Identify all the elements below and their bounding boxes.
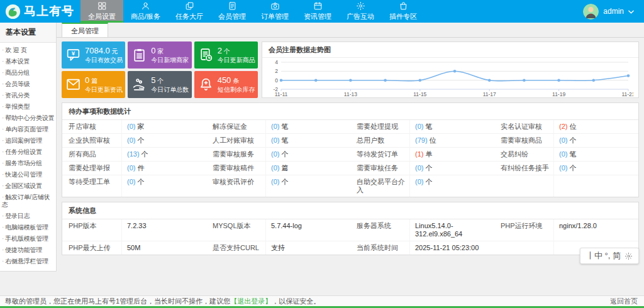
- stat-count-link[interactable]: (0): [271, 164, 279, 172]
- stat-label: 等待发货订单: [350, 148, 410, 161]
- sidebar-item[interactable]: 会员等级: [0, 79, 56, 90]
- footer: 尊敬的管理员，您正在使用马上有号1管理后台，当长时间不操作，建议您【退出登录】，…: [0, 295, 644, 308]
- stat-card[interactable]: 450 条短信剩余库存: [194, 71, 258, 98]
- svg-text:11-15: 11-15: [413, 91, 426, 97]
- sidebar-item[interactable]: 帮助中心分类设置: [0, 113, 56, 124]
- svg-text:11-17: 11-17: [483, 91, 496, 97]
- stat-count-link[interactable]: (0): [271, 136, 279, 144]
- stat-count-link[interactable]: (0): [415, 178, 423, 185]
- stat-value: (0) 个: [554, 162, 638, 175]
- copy-icon: [185, 1, 194, 11]
- sidebar-item[interactable]: 电脑端模板管理: [0, 222, 56, 233]
- user-menu[interactable]: admin: [573, 0, 644, 23]
- stat-card[interactable]: 0 篇今日更新资讯: [62, 71, 125, 98]
- stat-count-link[interactable]: (0): [415, 123, 423, 130]
- ime-status-text[interactable]: 丨中 °, 简: [586, 250, 621, 261]
- sidebar-item[interactable]: 服务市场分组: [0, 158, 56, 169]
- sysinfo-value: 2025-11-21 05:23:00: [410, 241, 494, 255]
- sidebar-item[interactable]: 追回案例管理: [0, 135, 56, 146]
- stat-card-value: 0 家: [151, 47, 189, 55]
- stat-count-link[interactable]: (0): [559, 164, 567, 172]
- stat-card-text: 450 条短信剩余库存: [218, 76, 255, 94]
- nav-item-label: 会员管理: [218, 12, 246, 21]
- stat-count-link[interactable]: (0): [559, 150, 567, 158]
- stat-label: 人工对账审核: [206, 134, 266, 147]
- todo-panel: 待办事项和数据统计 开店审核(0) 家解冻保证金(0) 笔需要处理提现(0) 笔…: [62, 102, 639, 197]
- sidebar-item[interactable]: 右侧悬浮栏管理: [0, 256, 56, 267]
- sysinfo-panel-title: 系统信息: [62, 202, 638, 219]
- sidebar-item[interactable]: 全国区域设置: [0, 180, 56, 192]
- tab-bar: 全局管理: [57, 23, 644, 38]
- stat-count-link[interactable]: (0): [127, 123, 135, 130]
- content-body: ¥7084.0 元今日有效交易0 家今日新增商家2 个今日更新商品0 篇今日更新…: [57, 38, 644, 259]
- stat-label: 需要审核稿件: [206, 162, 266, 175]
- stat-count-link[interactable]: (0): [271, 123, 279, 130]
- stat-count-link[interactable]: (13): [127, 150, 140, 158]
- nav-item-grid[interactable]: 全局设置: [80, 0, 123, 23]
- stat-label: 解冻保证金: [206, 120, 266, 133]
- sidebar-item[interactable]: 欢 迎 页: [0, 45, 56, 56]
- sidebar-item[interactable]: 快递公司管理: [0, 169, 56, 180]
- sysinfo-label: PHP最大上传: [62, 241, 122, 255]
- sysinfo-value: 50M: [122, 241, 206, 255]
- sidebar-item[interactable]: 商品分组: [0, 67, 56, 79]
- sysinfo-label: PHP版本: [62, 219, 122, 241]
- stat-count-link[interactable]: (0): [127, 178, 135, 185]
- stat-count-link[interactable]: (0): [127, 136, 135, 144]
- sidebar-item[interactable]: 资讯分类: [0, 90, 56, 101]
- stat-count-link[interactable]: (1): [415, 150, 423, 158]
- nav-item-calendar[interactable]: 资讯管理: [296, 0, 339, 23]
- sysinfo-value: Linux5.14.0-312.el9.x86_64: [410, 219, 494, 241]
- svg-text:0: 0: [275, 77, 278, 84]
- stat-card[interactable]: ¥7084.0 元今日有效交易: [62, 41, 125, 69]
- logout-link[interactable]: 【退出登录】: [230, 297, 272, 305]
- navbar-menu: 全局设置商品/服务任务大厅会员管理订单管理资讯管理广告互动插件专区: [80, 0, 425, 23]
- back-home-link[interactable]: 返回首页: [610, 297, 638, 306]
- ime-toolbar[interactable]: 丨中 °, 简: [580, 248, 639, 264]
- stat-count-link[interactable]: (0): [127, 164, 135, 172]
- stat-count-link[interactable]: (0): [415, 164, 423, 172]
- sidebar-item[interactable]: 任务分组设置: [0, 146, 56, 158]
- ime-settings-gear-icon[interactable]: [625, 252, 633, 260]
- sidebar-item[interactable]: 手机版模板管理: [0, 233, 56, 245]
- stat-card[interactable]: 2 个今日更新商品: [194, 41, 258, 69]
- nav-item-gear[interactable]: 广告互动: [339, 0, 382, 23]
- stat-value: (0) 笔: [410, 120, 494, 133]
- sidebar-item[interactable]: 便捷功能管理: [0, 245, 56, 256]
- stat-card[interactable]: 5 个今日订单总数: [128, 71, 191, 98]
- stat-card[interactable]: 0 家今日新增商家: [128, 41, 191, 69]
- stat-value: (13) 个: [122, 148, 206, 161]
- nav-item-label: 全局设置: [88, 12, 116, 21]
- stat-count-link[interactable]: (2): [559, 123, 567, 130]
- nav-item-user[interactable]: 商品/服务: [123, 0, 168, 23]
- stat-count-link[interactable]: (0): [559, 136, 567, 144]
- stat-value: (0) 篇: [266, 162, 350, 175]
- todo-row: 等待受理工单(0) 个审核资讯评价(0) 个自助交易平台介入(0) 个: [62, 175, 638, 197]
- stat-value: (0) 个: [410, 175, 494, 197]
- stat-value: (0) 笔: [266, 120, 350, 133]
- sidebar-item[interactable]: 举报类型: [0, 101, 56, 113]
- main-row: 基本设置 欢 迎 页基本设置商品分组会员等级资讯分类举报类型帮助中心分类设置单内…: [0, 23, 644, 295]
- nav-item-camera[interactable]: 订单管理: [253, 0, 296, 23]
- sidebar-item[interactable]: 登录日志: [0, 211, 56, 222]
- tab-global-management[interactable]: 全局管理: [62, 23, 108, 37]
- nav-item-doc[interactable]: 会员管理: [211, 0, 253, 23]
- stat-count-link[interactable]: (0): [271, 178, 279, 185]
- main-content: 全局管理 ¥7084.0 元今日有效交易0 家今日新增商家2 个今日更新商品0 …: [57, 23, 644, 295]
- sidebar-item[interactable]: 触发订单/店铺状态: [0, 192, 56, 211]
- stat-count-link[interactable]: (0): [271, 150, 279, 158]
- bag-icon: [399, 1, 408, 11]
- sidebar-item[interactable]: 基本设置: [0, 56, 56, 67]
- stat-value: (2) 位: [554, 120, 638, 133]
- nav-item-label: 插件专区: [389, 12, 417, 21]
- stat-card-label: 今日订单总数: [151, 85, 189, 94]
- clipboard-icon: [131, 47, 147, 63]
- sysinfo-value: 5.7.44-log: [266, 219, 350, 241]
- footer-notice: 尊敬的管理员，您正在使用马上有号1管理后台，当长时间不操作，建议您【退出登录】，…: [5, 297, 320, 306]
- stat-count-link[interactable]: (79): [415, 136, 428, 144]
- svg-text:¥: ¥: [72, 50, 75, 57]
- nav-item-bag[interactable]: 插件专区: [382, 0, 425, 23]
- sidebar-item[interactable]: 单内容页面管理: [0, 124, 56, 135]
- nav-item-copy[interactable]: 任务大厅: [168, 0, 211, 23]
- sysinfo-row: PHP最大上传50M是否支持CURL支持当前系统时间2025-11-21 05:…: [62, 241, 638, 255]
